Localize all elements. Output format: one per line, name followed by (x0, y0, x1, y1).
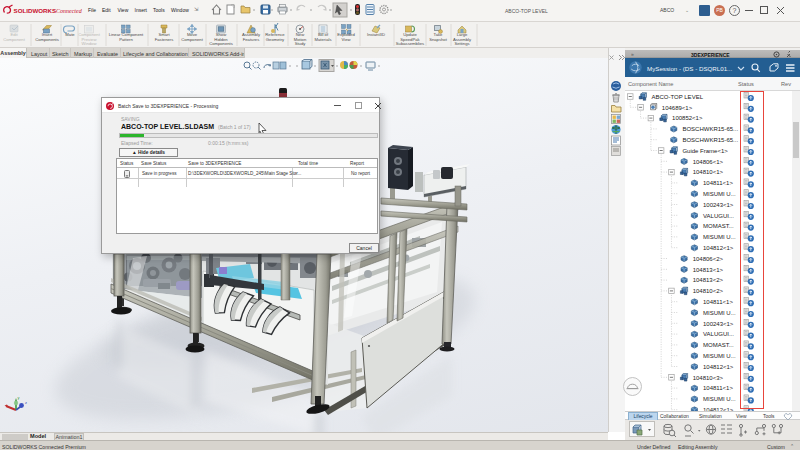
svg-text:104689<1>: 104689<1> (662, 105, 693, 111)
svg-text:104811<1>: 104811<1> (703, 180, 733, 186)
svg-text:MISUMI U...: MISUMI U... (703, 353, 736, 359)
svg-text:Guide Frame<1>: Guide Frame<1> (682, 148, 728, 154)
svg-text:VALUGUI...: VALUGUI... (703, 331, 734, 337)
svg-text:z: z (25, 400, 27, 405)
svg-text:Window: Window (82, 41, 98, 46)
svg-text:MOMAST...: MOMAST... (703, 223, 734, 229)
svg-text:MOMAST...: MOMAST... (703, 342, 734, 348)
svg-text:BOSCHWKR15-65...: BOSCHWKR15-65... (682, 137, 738, 143)
svg-text:Study: Study (295, 41, 307, 46)
svg-text:104806<2>: 104806<2> (693, 256, 724, 262)
svg-text:104812<1>: 104812<1> (703, 245, 734, 251)
svg-text:100243<1>: 100243<1> (703, 202, 734, 208)
svg-text:Snapshot: Snapshot (429, 37, 448, 42)
svg-text:Mate: Mate (65, 32, 75, 37)
svg-text:Instant3D: Instant3D (367, 32, 385, 37)
svg-text:MISUMI U...: MISUMI U... (703, 310, 736, 316)
svg-text:Pattern: Pattern (119, 37, 133, 42)
svg-text:104813<2>: 104813<2> (693, 277, 724, 283)
svg-text:Components: Components (209, 41, 233, 46)
svg-text:104813<1>: 104813<1> (693, 267, 724, 273)
svg-text:Component: Component (181, 37, 203, 42)
svg-text:104810<2>: 104810<2> (693, 288, 724, 294)
svg-text:View: View (341, 37, 351, 42)
svg-text:Features: Features (243, 37, 260, 42)
svg-text:104811<1>: 104811<1> (703, 385, 733, 391)
svg-text:ABCO-TOP LEVEL: ABCO-TOP LEVEL (652, 94, 704, 100)
svg-text:Materials: Materials (315, 37, 332, 42)
svg-text:104810<3>: 104810<3> (693, 375, 724, 381)
svg-text:Settings: Settings (454, 41, 469, 46)
svg-text:Subassemblies: Subassemblies (396, 41, 424, 46)
svg-text:104810<1>: 104810<1> (693, 169, 724, 175)
svg-text:y: y (18, 395, 20, 400)
svg-text:104811<1>: 104811<1> (703, 299, 733, 305)
svg-text:Fasteners: Fasteners (155, 37, 174, 42)
svg-text:MISUMI U...: MISUMI U... (703, 396, 736, 402)
svg-text:MISUMI U...: MISUMI U... (703, 191, 736, 197)
svg-text:104812<1>: 104812<1> (703, 364, 734, 370)
svg-text:VALUGUI...: VALUGUI... (703, 213, 734, 219)
svg-text:104806<1>: 104806<1> (693, 159, 724, 165)
svg-text:100852<1>: 100852<1> (672, 115, 703, 121)
svg-text:Component: Component (3, 37, 25, 42)
svg-text:Geometry: Geometry (266, 37, 285, 42)
svg-text:MISUMI U...: MISUMI U... (703, 234, 736, 240)
svg-text:BOSCHWKR15-65...: BOSCHWKR15-65... (682, 126, 738, 132)
svg-text:100243<1>: 100243<1> (703, 321, 734, 327)
svg-text:Components: Components (35, 37, 59, 42)
